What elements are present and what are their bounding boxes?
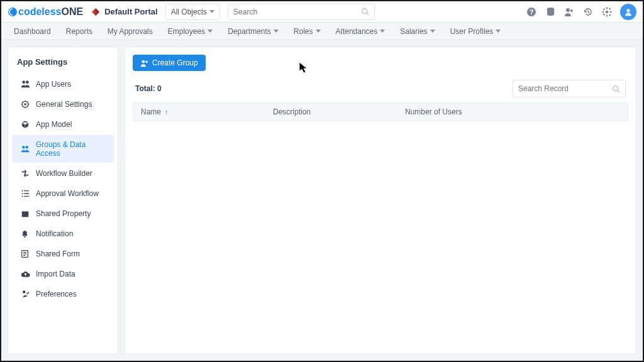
sidebar-item-label: Shared Form [36,250,80,258]
svg-point-28 [142,60,145,63]
nav-item-dashboard[interactable]: Dashboard [14,27,51,36]
column-description[interactable]: Description [265,107,397,116]
sidebar-item-approval-workflow[interactable]: Approval Workflow [12,184,114,203]
svg-point-21 [22,146,25,148]
gear-icon [21,100,31,109]
bell-icon [21,229,31,238]
top-bar: codelessONE Default Portal All Objects ? [1,1,643,23]
svg-rect-11 [610,11,612,13]
sidebar-item-label: General Settings [36,100,92,109]
svg-rect-13 [609,14,611,16]
nav-item-departments[interactable]: Departments [228,27,279,36]
portal-icon [91,7,101,17]
svg-rect-14 [609,8,611,10]
cursor-icon [299,62,309,74]
global-search[interactable] [228,4,375,20]
svg-rect-15 [603,13,606,16]
gear-icon[interactable] [601,6,613,18]
record-search[interactable] [513,80,626,97]
svg-text:?: ? [530,8,534,16]
svg-point-16 [626,9,630,12]
sidebar-item-preferences[interactable]: Preferences [12,285,114,304]
svg-rect-8 [606,7,608,9]
global-search-input[interactable] [233,8,361,16]
svg-point-6 [566,8,570,12]
pref-icon [21,290,31,299]
user-avatar[interactable] [620,4,636,20]
flow-icon [21,169,31,178]
object-filter-label: All Objects [171,8,207,16]
column-name[interactable]: Name ↑ [133,107,265,116]
database-icon[interactable] [545,6,556,18]
svg-point-1 [362,9,367,14]
total-count: Total: 0 [135,84,162,93]
history-icon[interactable] [582,6,594,18]
content-panel: Create Group Total: 0 Name ↑ Description… [125,47,636,354]
top-right-icons: ? [526,4,636,20]
cloud-up-icon [21,270,31,278]
create-group-label: Create Group [152,58,198,67]
nav-item-attendances[interactable]: Attendances [336,27,386,36]
brand-logo[interactable]: codelessONE [8,6,83,18]
svg-rect-24 [22,212,29,214]
table-header: Name ↑ Description Number of Users [133,102,628,121]
sidebar-item-shared-form[interactable]: Shared Form [12,244,114,263]
nav-item-employees[interactable]: Employees [168,27,213,36]
cube-icon [21,120,31,129]
search-icon [361,8,369,16]
sidebar-item-shared-property[interactable]: Shared Property [12,204,114,223]
add-user-icon[interactable] [564,6,575,18]
sidebar-item-label: Import Data [36,270,75,278]
svg-point-22 [26,146,28,148]
nav-item-my-approvals[interactable]: My Approvals [108,27,153,36]
object-filter-dropdown[interactable]: All Objects [165,4,220,20]
logo-icon [8,7,18,17]
record-search-input[interactable] [518,84,612,93]
chevron-down-icon [316,30,321,33]
sidebar-item-groups-data-access[interactable]: Groups & Data Access [12,135,114,163]
sort-asc-icon: ↑ [165,108,169,116]
portal-selector[interactable]: Default Portal [91,7,158,17]
portal-name: Default Portal [104,7,158,16]
svg-point-18 [26,80,29,84]
nav-item-roles[interactable]: Roles [294,27,321,36]
users-icon [21,79,31,89]
svg-point-20 [24,103,26,106]
nav-item-reports[interactable]: Reports [66,27,92,36]
svg-point-25 [24,236,25,238]
chevron-down-icon [430,30,435,33]
sidebar-item-app-model[interactable]: App Model [12,115,114,134]
help-icon[interactable]: ? [526,6,537,18]
svg-rect-10 [602,11,604,13]
form-icon [21,250,31,258]
svg-line-30 [618,90,619,92]
svg-line-2 [367,13,369,15]
chevron-down-icon [208,30,213,33]
create-group-button[interactable]: Create Group [133,55,206,71]
nav-item-user-profiles[interactable]: User Profiles [450,27,501,36]
svg-rect-12 [603,8,606,11]
sidebar-item-label: Workflow Builder [36,169,92,178]
chevron-down-icon [209,10,214,13]
column-users[interactable]: Number of Users [397,107,530,116]
sidebar-item-label: Shared Property [36,209,91,218]
sidebar-item-label: Notification [36,229,73,238]
nav-item-salaries[interactable]: Salaries [400,27,435,36]
brand-text-1: codeless [18,6,61,18]
checklist-icon [21,189,31,198]
sidebar-item-import-data[interactable]: Import Data [12,265,114,283]
brand-text-2: ONE [61,6,83,18]
package-icon [21,209,31,218]
chevron-down-icon [380,30,385,33]
sidebar-item-app-users[interactable]: App Users [12,74,114,94]
svg-rect-9 [606,14,608,16]
sidebar-item-label: Preferences [36,290,77,299]
sidebar-item-general-settings[interactable]: General Settings [12,95,114,114]
sidebar-item-label: Approval Workflow [36,189,99,198]
sidebar-item-workflow-builder[interactable]: Workflow Builder [12,164,114,183]
sidebar-item-notification[interactable]: Notification [12,224,114,243]
main-area: App Settings App UsersGeneral SettingsAp… [1,40,643,361]
add-user-icon [140,59,148,67]
svg-point-27 [23,290,25,293]
svg-point-29 [613,85,618,90]
